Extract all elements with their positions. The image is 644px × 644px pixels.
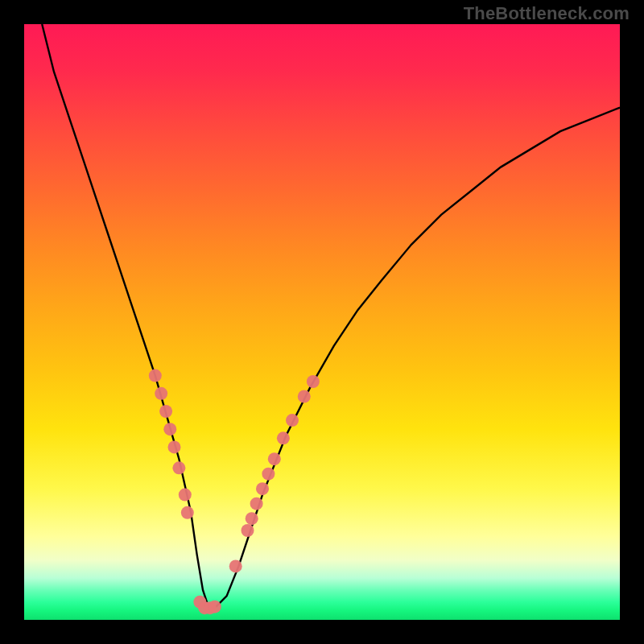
data-marker — [250, 497, 263, 510]
data-marker — [256, 482, 269, 495]
chart-frame: TheBottleneck.com — [0, 0, 644, 644]
data-marker — [163, 423, 176, 436]
watermark-text: TheBottleneck.com — [464, 3, 630, 24]
data-marker — [242, 524, 254, 537]
data-marker — [268, 452, 281, 465]
data-marker — [149, 369, 162, 382]
data-marker — [229, 559, 242, 572]
bottleneck-curve — [42, 24, 620, 608]
data-marker — [262, 468, 275, 481]
data-marker — [168, 440, 181, 453]
data-marker — [179, 489, 192, 502]
data-marker — [181, 506, 194, 519]
data-marker — [286, 414, 299, 427]
data-marker — [277, 431, 290, 444]
data-marker — [298, 390, 311, 403]
chart-svg — [24, 24, 620, 620]
data-marker — [208, 601, 221, 613]
data-marker — [307, 375, 320, 388]
data-marker — [246, 512, 258, 525]
data-marker — [159, 405, 172, 418]
data-marker — [155, 387, 167, 400]
data-marker — [172, 461, 185, 474]
plot-area — [24, 24, 620, 620]
